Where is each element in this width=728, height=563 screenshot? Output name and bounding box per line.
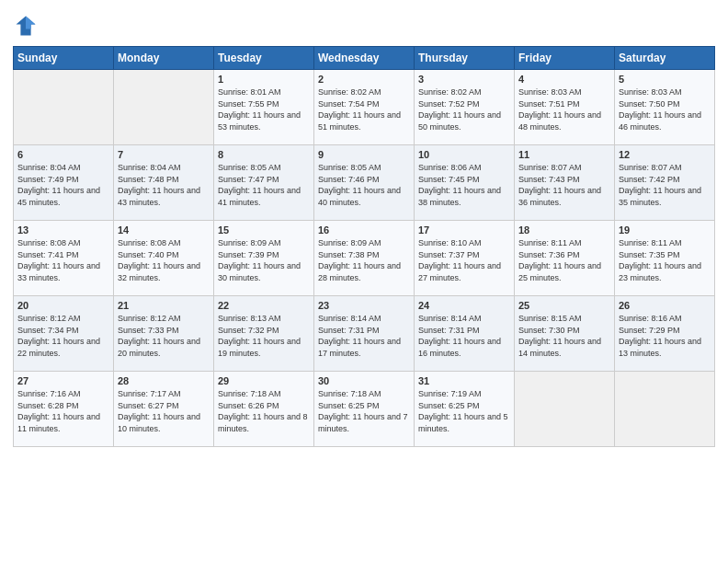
calendar-cell: 3Sunrise: 8:02 AM Sunset: 7:52 PM Daylig…: [415, 70, 515, 145]
calendar-cell: 7Sunrise: 8:04 AM Sunset: 7:48 PM Daylig…: [114, 145, 214, 221]
calendar-week-1: 1Sunrise: 8:01 AM Sunset: 7:55 PM Daylig…: [14, 70, 715, 145]
day-number: 24: [418, 300, 510, 311]
calendar-cell: 31Sunrise: 7:19 AM Sunset: 6:25 PM Dayli…: [415, 372, 515, 447]
calendar-cell: 20Sunrise: 8:12 AM Sunset: 7:34 PM Dayli…: [14, 296, 114, 372]
day-number: 12: [619, 149, 711, 160]
day-number: 9: [318, 149, 410, 160]
day-number: 5: [619, 74, 711, 85]
day-number: 1: [218, 74, 310, 85]
day-info: Sunrise: 8:16 AM Sunset: 7:29 PM Dayligh…: [619, 313, 711, 359]
day-number: 25: [518, 300, 610, 311]
page-header: [13, 9, 715, 39]
day-number: 10: [418, 149, 510, 160]
calendar-cell: [515, 372, 615, 447]
day-info: Sunrise: 8:15 AM Sunset: 7:30 PM Dayligh…: [518, 313, 610, 359]
calendar-cell: 28Sunrise: 7:17 AM Sunset: 6:27 PM Dayli…: [114, 372, 214, 447]
day-info: Sunrise: 8:06 AM Sunset: 7:45 PM Dayligh…: [418, 162, 510, 208]
day-number: 14: [118, 224, 210, 236]
day-number: 16: [318, 224, 410, 236]
day-number: 20: [17, 300, 109, 311]
calendar-cell: 23Sunrise: 8:14 AM Sunset: 7:31 PM Dayli…: [314, 296, 415, 372]
day-number: 3: [418, 74, 510, 85]
day-number: 18: [518, 224, 610, 236]
day-info: Sunrise: 8:05 AM Sunset: 7:46 PM Dayligh…: [318, 162, 410, 208]
day-info: Sunrise: 8:14 AM Sunset: 7:31 PM Dayligh…: [418, 313, 510, 359]
calendar-cell: 18Sunrise: 8:11 AM Sunset: 7:36 PM Dayli…: [515, 221, 615, 296]
day-info: Sunrise: 7:17 AM Sunset: 6:27 PM Dayligh…: [118, 388, 210, 434]
day-info: Sunrise: 8:07 AM Sunset: 7:42 PM Dayligh…: [619, 162, 711, 208]
day-number: 31: [418, 375, 510, 386]
header-monday: Monday: [114, 47, 214, 70]
calendar-cell: 26Sunrise: 8:16 AM Sunset: 7:29 PM Dayli…: [615, 296, 715, 372]
header-tuesday: Tuesday: [214, 47, 314, 70]
logo-icon: [13, 13, 39, 39]
calendar-cell: [14, 70, 114, 145]
calendar-cell: 17Sunrise: 8:10 AM Sunset: 7:37 PM Dayli…: [415, 221, 515, 296]
day-info: Sunrise: 8:09 AM Sunset: 7:38 PM Dayligh…: [318, 237, 410, 283]
logo: [13, 13, 40, 39]
day-info: Sunrise: 8:12 AM Sunset: 7:33 PM Dayligh…: [118, 313, 210, 359]
calendar-cell: 27Sunrise: 7:16 AM Sunset: 6:28 PM Dayli…: [14, 372, 114, 447]
calendar-cell: 19Sunrise: 8:11 AM Sunset: 7:35 PM Dayli…: [615, 221, 715, 296]
calendar-cell: 25Sunrise: 8:15 AM Sunset: 7:30 PM Dayli…: [515, 296, 615, 372]
day-info: Sunrise: 8:11 AM Sunset: 7:35 PM Dayligh…: [619, 237, 711, 283]
calendar-cell: 22Sunrise: 8:13 AM Sunset: 7:32 PM Dayli…: [214, 296, 314, 372]
day-number: 11: [518, 149, 610, 160]
day-info: Sunrise: 8:05 AM Sunset: 7:47 PM Dayligh…: [218, 162, 310, 208]
day-number: 30: [318, 375, 410, 386]
calendar-cell: 1Sunrise: 8:01 AM Sunset: 7:55 PM Daylig…: [214, 70, 314, 145]
day-info: Sunrise: 8:02 AM Sunset: 7:54 PM Dayligh…: [318, 86, 410, 132]
day-number: 13: [17, 224, 109, 236]
day-number: 27: [17, 375, 109, 386]
calendar-cell: 13Sunrise: 8:08 AM Sunset: 7:41 PM Dayli…: [14, 221, 114, 296]
day-number: 28: [118, 375, 210, 386]
day-info: Sunrise: 8:04 AM Sunset: 7:48 PM Dayligh…: [118, 162, 210, 208]
day-info: Sunrise: 8:03 AM Sunset: 7:50 PM Dayligh…: [619, 86, 711, 132]
header-sunday: Sunday: [14, 47, 114, 70]
day-number: 15: [218, 224, 310, 236]
day-info: Sunrise: 7:18 AM Sunset: 6:25 PM Dayligh…: [318, 388, 410, 434]
calendar-cell: 30Sunrise: 7:18 AM Sunset: 6:25 PM Dayli…: [314, 372, 415, 447]
day-info: Sunrise: 8:07 AM Sunset: 7:43 PM Dayligh…: [518, 162, 610, 208]
calendar-week-5: 27Sunrise: 7:16 AM Sunset: 6:28 PM Dayli…: [14, 372, 715, 447]
calendar-week-2: 6Sunrise: 8:04 AM Sunset: 7:49 PM Daylig…: [14, 145, 715, 221]
day-info: Sunrise: 8:11 AM Sunset: 7:36 PM Dayligh…: [518, 237, 610, 283]
day-number: 4: [518, 74, 610, 85]
calendar-cell: 15Sunrise: 8:09 AM Sunset: 7:39 PM Dayli…: [214, 221, 314, 296]
day-info: Sunrise: 8:08 AM Sunset: 7:40 PM Dayligh…: [118, 237, 210, 283]
calendar-cell: 21Sunrise: 8:12 AM Sunset: 7:33 PM Dayli…: [114, 296, 214, 372]
calendar-cell: 2Sunrise: 8:02 AM Sunset: 7:54 PM Daylig…: [314, 70, 415, 145]
header-saturday: Saturday: [615, 47, 715, 70]
calendar-cell: 29Sunrise: 7:18 AM Sunset: 6:26 PM Dayli…: [214, 372, 314, 447]
day-info: Sunrise: 8:10 AM Sunset: 7:37 PM Dayligh…: [418, 237, 510, 283]
day-number: 19: [619, 224, 711, 236]
calendar-cell: 6Sunrise: 8:04 AM Sunset: 7:49 PM Daylig…: [14, 145, 114, 221]
calendar-cell: 10Sunrise: 8:06 AM Sunset: 7:45 PM Dayli…: [415, 145, 515, 221]
header-friday: Friday: [515, 47, 615, 70]
day-info: Sunrise: 7:19 AM Sunset: 6:25 PM Dayligh…: [418, 388, 510, 434]
calendar-cell: 11Sunrise: 8:07 AM Sunset: 7:43 PM Dayli…: [515, 145, 615, 221]
day-info: Sunrise: 8:02 AM Sunset: 7:52 PM Dayligh…: [418, 86, 510, 132]
calendar-cell: [615, 372, 715, 447]
calendar-cell: 8Sunrise: 8:05 AM Sunset: 7:47 PM Daylig…: [214, 145, 314, 221]
day-info: Sunrise: 8:12 AM Sunset: 7:34 PM Dayligh…: [17, 313, 109, 359]
day-info: Sunrise: 8:04 AM Sunset: 7:49 PM Dayligh…: [17, 162, 109, 208]
calendar-header-row: SundayMondayTuesdayWednesdayThursdayFrid…: [14, 47, 715, 70]
day-number: 6: [17, 149, 109, 160]
header-wednesday: Wednesday: [314, 47, 415, 70]
calendar-cell: 4Sunrise: 8:03 AM Sunset: 7:51 PM Daylig…: [515, 70, 615, 145]
day-number: 29: [218, 375, 310, 386]
calendar-week-3: 13Sunrise: 8:08 AM Sunset: 7:41 PM Dayli…: [14, 221, 715, 296]
calendar-cell: 12Sunrise: 8:07 AM Sunset: 7:42 PM Dayli…: [615, 145, 715, 221]
day-number: 17: [418, 224, 510, 236]
day-info: Sunrise: 8:14 AM Sunset: 7:31 PM Dayligh…: [318, 313, 410, 359]
calendar-cell: [114, 70, 214, 145]
day-number: 26: [619, 300, 711, 311]
day-number: 7: [118, 149, 210, 160]
day-info: Sunrise: 8:01 AM Sunset: 7:55 PM Dayligh…: [218, 86, 310, 132]
day-info: Sunrise: 8:03 AM Sunset: 7:51 PM Dayligh…: [518, 86, 610, 132]
calendar-cell: 9Sunrise: 8:05 AM Sunset: 7:46 PM Daylig…: [314, 145, 415, 221]
page-container: SundayMondayTuesdayWednesdayThursdayFrid…: [0, 0, 728, 563]
day-number: 2: [318, 74, 410, 85]
day-info: Sunrise: 8:13 AM Sunset: 7:32 PM Dayligh…: [218, 313, 310, 359]
